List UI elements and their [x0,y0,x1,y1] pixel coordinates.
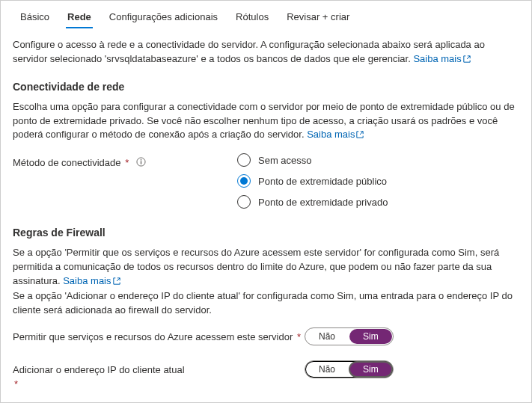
tab-network[interactable]: Rede [58,7,100,28]
radio-public-endpoint[interactable]: Ponto de extremidade público [237,174,388,188]
required-asterisk: * [123,157,129,168]
connectivity-heading: Conectividade de rede [13,81,519,93]
firewall-heading: Regras de Firewall [13,227,519,239]
connectivity-method-field: Método de conectividade * Sem acesso Pon… [13,153,519,216]
learn-more-link-firewall[interactable]: Saiba mais [63,275,120,286]
external-link-icon [356,129,364,143]
allow-azure-services-field: Permitir que serviços e recursos do Azur… [13,327,519,345]
required-asterisk: * [14,378,18,390]
connectivity-desc: Escolha uma opção para configurar a cone… [13,100,519,144]
tabs-bar: Básico Rede Configurações adicionais Rót… [1,1,531,29]
toggle-no[interactable]: Não [305,328,349,345]
radio-icon [237,153,251,167]
radio-icon [237,195,251,209]
radio-label: Ponto de extremidade privado [258,197,388,208]
allow-azure-services-toggle[interactable]: Não Sim [305,327,394,345]
add-client-ip-toggle[interactable]: Não Sim [305,360,394,378]
radio-no-access[interactable]: Sem acesso [237,153,388,167]
connectivity-method-label: Método de conectividade * [13,153,237,170]
intro-paragraph: Configure o acesso à rede e a conectivid… [13,38,519,67]
learn-more-link-intro[interactable]: Saiba mais [413,53,470,64]
allow-azure-services-label: Permitir que serviços e recursos do Azur… [13,327,305,345]
add-client-ip-field: Adicionar o endereço IP do cliente atual… [13,360,519,392]
tab-additional[interactable]: Configurações adicionais [100,7,227,28]
radio-private-endpoint[interactable]: Ponto de extremidade privado [237,195,388,209]
toggle-yes[interactable]: Sim [349,329,392,344]
tab-tags[interactable]: Rótulos [227,7,278,28]
toggle-yes[interactable]: Sim [349,362,392,377]
external-link-icon [463,53,471,67]
radio-label: Ponto de extremidade público [258,176,387,187]
learn-more-link-connectivity[interactable]: Saiba mais [307,129,364,140]
add-client-ip-label: Adicionar o endereço IP do cliente atual… [13,360,305,392]
required-asterisk: * [294,331,301,342]
tab-review[interactable]: Revisar + criar [278,7,358,28]
info-icon[interactable] [136,157,146,170]
svg-point-1 [141,159,142,161]
radio-label: Sem acesso [258,155,312,166]
toggle-no[interactable]: Não [305,361,349,378]
svg-rect-2 [141,161,141,164]
firewall-desc: Se a opção 'Permitir que os serviços e r… [13,246,519,317]
tab-basic[interactable]: Básico [11,7,58,28]
external-link-icon [113,275,120,289]
radio-icon [237,174,251,188]
connectivity-method-radiogroup: Sem acesso Ponto de extremidade público … [237,153,388,216]
